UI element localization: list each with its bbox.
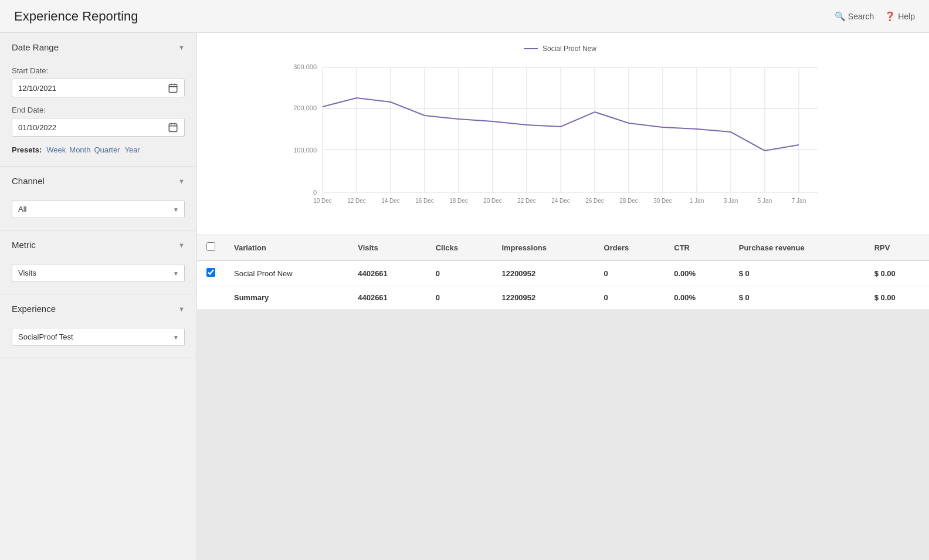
sidebar: Date Range ▼ Start Date: End Date:: [0, 33, 197, 560]
preset-quarter-button[interactable]: Quarter: [93, 145, 121, 154]
metric-select[interactable]: Visits Clicks Impressions Orders: [12, 264, 185, 282]
metric-body: Visits Clicks Impressions Orders ▼: [0, 259, 196, 294]
svg-text:20 Dec: 20 Dec: [483, 198, 502, 204]
presets-row: Presets: Week Month Quarter Year: [12, 145, 185, 154]
th-variation: Variation: [225, 235, 348, 260]
date-range-label: Date Range: [12, 42, 59, 52]
metric-label: Metric: [12, 240, 36, 250]
table-row: Social Proof New 4402661 0 12200952 0 0.…: [197, 260, 929, 286]
row-ctr: 0.00%: [664, 260, 729, 286]
row-variation: Social Proof New: [225, 260, 348, 286]
experience-select[interactable]: SocialProof Test: [12, 328, 185, 346]
svg-text:0: 0: [313, 189, 317, 196]
start-date-wrapper: [12, 79, 185, 97]
svg-text:26 Dec: 26 Dec: [585, 198, 604, 204]
header-actions: 🔍 Search ❓ Help: [835, 11, 915, 22]
content-area: Social Proof New 300,000 200,000 100,000…: [197, 33, 929, 560]
th-impressions: Impressions: [492, 235, 594, 260]
svg-text:5 Jan: 5 Jan: [758, 198, 772, 204]
svg-text:10 Dec: 10 Dec: [313, 198, 332, 204]
app-header: Experience Reporting 🔍 Search ❓ Help: [0, 0, 929, 33]
th-purchase-revenue: Purchase revenue: [730, 235, 865, 260]
summary-visits: 4402661: [348, 286, 426, 310]
svg-text:200,000: 200,000: [293, 104, 317, 111]
summary-rpv: $ 0.00: [865, 286, 929, 310]
svg-rect-0: [169, 84, 177, 93]
channel-select-wrapper: All Email Web Mobile ▼: [12, 200, 185, 218]
channel-select[interactable]: All Email Web Mobile: [12, 200, 185, 218]
metric-section: Metric ▼ Visits Clicks Impressions Order…: [0, 230, 196, 294]
start-date-calendar-icon[interactable]: [168, 83, 178, 93]
channel-header[interactable]: Channel ▼: [0, 167, 196, 195]
svg-text:12 Dec: 12 Dec: [347, 198, 366, 204]
svg-text:7 Jan: 7 Jan: [792, 198, 806, 204]
row-checkbox-cell: [197, 260, 225, 286]
summary-row: Summary 4402661 0 12200952 0 0.00% $ 0 $…: [197, 286, 929, 310]
end-date-calendar-icon[interactable]: [168, 122, 178, 133]
svg-text:28 Dec: 28 Dec: [619, 198, 638, 204]
preset-week-button[interactable]: Week: [45, 145, 67, 154]
summary-clicks: 0: [426, 286, 493, 310]
chart-area: Social Proof New 300,000 200,000 100,000…: [197, 33, 929, 235]
experience-select-wrapper: SocialProof Test ▼: [12, 328, 185, 346]
th-clicks: Clicks: [426, 235, 493, 260]
svg-text:18 Dec: 18 Dec: [449, 198, 468, 204]
metric-select-wrapper: Visits Clicks Impressions Orders ▼: [12, 264, 185, 282]
th-checkbox: [197, 235, 225, 260]
preset-year-button[interactable]: Year: [124, 145, 141, 154]
preset-month-button[interactable]: Month: [68, 145, 91, 154]
svg-text:22 Dec: 22 Dec: [517, 198, 536, 204]
svg-text:14 Dec: 14 Dec: [381, 198, 400, 204]
metric-header[interactable]: Metric ▼: [0, 230, 196, 259]
end-date-input[interactable]: [18, 123, 168, 132]
summary-ctr: 0.00%: [664, 286, 729, 310]
page-title: Experience Reporting: [14, 9, 138, 24]
line-chart: 300,000 200,000 100,000 0: [209, 59, 911, 223]
help-button[interactable]: ❓ Help: [884, 11, 915, 22]
help-icon: ❓: [884, 11, 896, 22]
experience-chevron-icon: ▼: [178, 306, 185, 313]
svg-text:30 Dec: 30 Dec: [653, 198, 672, 204]
row-purchase-revenue: $ 0: [730, 260, 865, 286]
th-orders: Orders: [595, 235, 665, 260]
date-range-chevron-icon: ▼: [178, 44, 185, 51]
row-clicks: 0: [426, 260, 493, 286]
results-table: Variation Visits Clicks Impressions Orde…: [197, 235, 929, 310]
experience-header[interactable]: Experience ▼: [0, 294, 196, 323]
search-icon: 🔍: [835, 11, 846, 22]
experience-body: SocialProof Test ▼: [0, 323, 196, 358]
select-all-checkbox[interactable]: [206, 242, 215, 251]
date-range-body: Start Date: End Date: Presets: Week: [0, 62, 196, 166]
experience-label: Experience: [12, 304, 56, 314]
search-label: Search: [848, 12, 874, 21]
channel-label: Channel: [12, 176, 45, 186]
start-date-input[interactable]: [18, 84, 168, 93]
summary-label: Summary: [225, 286, 348, 310]
table-header-row: Variation Visits Clicks Impressions Orde…: [197, 235, 929, 260]
svg-rect-4: [169, 124, 177, 132]
date-range-section: Date Range ▼ Start Date: End Date:: [0, 33, 196, 167]
date-range-header[interactable]: Date Range ▼: [0, 33, 196, 62]
summary-checkbox-cell: [197, 286, 225, 310]
svg-text:1 Jan: 1 Jan: [690, 198, 704, 204]
search-button[interactable]: 🔍 Search: [835, 11, 874, 22]
channel-body: All Email Web Mobile ▼: [0, 195, 196, 230]
end-date-wrapper: [12, 118, 185, 137]
chart-legend: Social Proof New: [209, 45, 911, 53]
svg-text:24 Dec: 24 Dec: [551, 198, 570, 204]
experience-section: Experience ▼ SocialProof Test ▼: [0, 294, 196, 358]
summary-impressions: 12200952: [492, 286, 594, 310]
summary-orders: 0: [595, 286, 665, 310]
svg-text:3 Jan: 3 Jan: [724, 198, 738, 204]
help-label: Help: [898, 12, 915, 21]
row-orders: 0: [595, 260, 665, 286]
summary-purchase-revenue: $ 0: [730, 286, 865, 310]
row-impressions: 12200952: [492, 260, 594, 286]
th-visits: Visits: [348, 235, 426, 260]
th-ctr: CTR: [664, 235, 729, 260]
row-checkbox[interactable]: [206, 268, 215, 277]
data-table-area: Variation Visits Clicks Impressions Orde…: [197, 235, 929, 560]
row-visits: 4402661: [348, 260, 426, 286]
end-date-label: End Date:: [12, 106, 185, 114]
channel-chevron-icon: ▼: [178, 178, 185, 185]
